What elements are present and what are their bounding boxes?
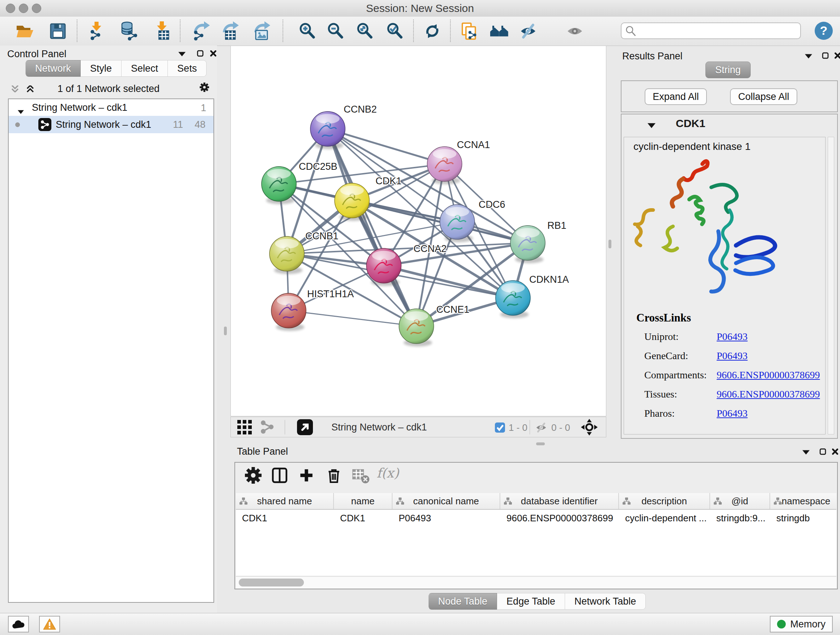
zoom-in-icon[interactable] — [297, 21, 317, 41]
column-header-database-identifier[interactable]: database identifier — [500, 493, 619, 509]
show-panel-eye-icon[interactable] — [565, 21, 584, 41]
float-panel-icon[interactable] — [821, 51, 830, 60]
help-button[interactable]: ? — [815, 22, 833, 40]
cloud-status-button[interactable] — [8, 616, 29, 632]
right-splitter-handle[interactable] — [608, 240, 611, 249]
expand-all-button[interactable]: Expand All — [645, 88, 707, 105]
delete-column-trash-icon[interactable] — [325, 467, 344, 485]
tab-network-table[interactable]: Network Table — [565, 593, 646, 610]
column-header-description[interactable]: description — [619, 493, 710, 509]
crosslink-link[interactable]: 9606.ENSP00000378699 — [717, 388, 820, 400]
search-input[interactable] — [638, 24, 799, 38]
export-table-icon[interactable] — [220, 21, 240, 41]
save-session-icon[interactable] — [48, 21, 68, 41]
close-panel-icon[interactable] — [830, 447, 840, 456]
column-header-name[interactable]: name — [334, 493, 393, 509]
tab-string[interactable]: String — [706, 62, 751, 78]
refresh-view-icon[interactable] — [423, 21, 442, 41]
node-table[interactable]: shared namenamecanonical namedatabase id… — [236, 493, 836, 576]
panel-menu-icon[interactable] — [804, 51, 813, 61]
network-node-HIST1H1A[interactable]: HIST1H1A — [271, 288, 354, 331]
network-node-CCNE1[interactable]: CCNE1 — [399, 304, 470, 347]
tab-network[interactable]: Network — [25, 60, 81, 77]
network-options-gear-icon[interactable] — [200, 82, 209, 92]
crosslink-link[interactable]: P06493 — [717, 350, 748, 362]
crosslink-link[interactable]: P06493 — [717, 331, 748, 342]
column-header--id[interactable]: @id — [710, 493, 770, 509]
crosslink-row: Tissues:9606.ENSP00000378699 — [636, 385, 820, 404]
network-node-RB1[interactable]: RB1 — [510, 220, 567, 263]
float-panel-icon[interactable] — [195, 49, 205, 58]
column-header-canonical-name[interactable]: canonical name — [393, 493, 500, 509]
tab-node-table[interactable]: Node Table — [428, 593, 497, 610]
crosslink-label: Tissues: — [636, 388, 717, 400]
memory-button[interactable]: Memory — [770, 616, 833, 632]
tab-select[interactable]: Select — [122, 60, 168, 77]
network-collection-row[interactable]: String Network – cdk1 1 — [9, 99, 213, 116]
close-panel-icon[interactable] — [208, 49, 218, 58]
import-network-database-icon[interactable] — [119, 21, 139, 41]
cell[interactable]: P06493 — [393, 513, 500, 524]
toolbar-separator — [450, 19, 451, 42]
show-columns-icon[interactable] — [271, 467, 289, 485]
table-tabs: Node TableEdge TableNetwork Table — [428, 593, 646, 610]
hide-results-eye-icon[interactable] — [518, 21, 538, 41]
cell[interactable]: CDK1 — [334, 513, 393, 524]
panel-menu-icon[interactable] — [177, 49, 187, 59]
left-splitter-handle[interactable] — [224, 326, 227, 335]
string-home-icon[interactable] — [489, 21, 509, 41]
tab-sets[interactable]: Sets — [168, 60, 207, 77]
import-network-file-icon[interactable] — [88, 21, 107, 41]
panel-menu-icon[interactable] — [801, 448, 811, 457]
cell[interactable]: cyclin-dependent ... — [619, 513, 710, 524]
tab-style[interactable]: Style — [81, 60, 122, 77]
scrollbar-thumb[interactable] — [239, 578, 304, 586]
edge-count: 48 — [195, 119, 205, 130]
birdseye-view-icon[interactable] — [580, 418, 598, 438]
column-header-namespace[interactable]: namespace — [770, 493, 836, 509]
expand-all-networks-icon[interactable] — [25, 84, 35, 93]
crosslink-link[interactable]: P06493 — [717, 408, 748, 419]
network-row-selected[interactable]: String Network – cdk1 11 48 — [9, 116, 213, 133]
network-status-dot — [15, 122, 20, 127]
collapse-entry-icon[interactable] — [647, 121, 656, 130]
export-network-icon[interactable] — [191, 21, 210, 41]
collection-name: String Network – cdk1 — [32, 102, 127, 113]
share-network-icon[interactable] — [259, 419, 275, 437]
cell[interactable]: CDK1 — [236, 513, 334, 524]
table-row[interactable]: CDK1CDK1P064939606.ENSP00000378699cyclin… — [236, 510, 836, 526]
zoom-out-icon[interactable] — [325, 21, 345, 41]
column-header-shared-name[interactable]: shared name — [236, 493, 334, 509]
collapse-all-networks-icon[interactable] — [10, 84, 19, 93]
open-in-window-icon[interactable] — [297, 419, 313, 437]
zoom-selected-icon[interactable] — [385, 21, 404, 41]
clone-network-icon[interactable] — [459, 21, 478, 41]
network-node-CDKN1A[interactable]: CDKN1A — [496, 274, 569, 318]
warning-status-button[interactable] — [39, 616, 60, 632]
show-grid-icon[interactable] — [237, 419, 253, 437]
search-box[interactable] — [621, 22, 801, 39]
open-session-icon[interactable] — [15, 21, 35, 41]
table-settings-gear-icon[interactable] — [245, 467, 263, 485]
collapse-all-button[interactable]: Collapse All — [730, 88, 797, 105]
cell[interactable]: stringdb — [770, 513, 836, 524]
tab-edge-table[interactable]: Edge Table — [497, 593, 565, 610]
float-panel-icon[interactable] — [818, 447, 827, 456]
crosslink-row: Pharos:P06493 — [636, 404, 820, 423]
export-image-icon[interactable] — [251, 21, 271, 41]
bottom-splitter-handle[interactable] — [536, 442, 545, 445]
close-panel-icon[interactable] — [833, 51, 840, 60]
network-canvas[interactable]: CCNB2CCNA1CDC25BCDK1CDC6RB1CCNB1CCNA2CDK… — [231, 46, 606, 416]
import-table-icon[interactable] — [152, 21, 172, 41]
node-label-HIST1H1A: HIST1H1A — [307, 288, 354, 299]
table-horizontal-scrollbar[interactable] — [236, 576, 836, 588]
selected-checkbox-icon[interactable] — [495, 423, 505, 434]
hidden-eye-slash-icon[interactable] — [535, 421, 548, 435]
results-scrollbar[interactable] — [828, 137, 834, 434]
cell[interactable]: 9606.ENSP00000378699 — [500, 513, 619, 524]
crosslink-link[interactable]: 9606.ENSP00000378699 — [717, 369, 820, 381]
cell[interactable]: stringdb:9... — [710, 513, 770, 524]
add-column-icon[interactable] — [298, 467, 316, 485]
network-node-CDC25B[interactable]: CDC25B — [262, 161, 338, 204]
fit-content-icon[interactable] — [355, 21, 374, 41]
